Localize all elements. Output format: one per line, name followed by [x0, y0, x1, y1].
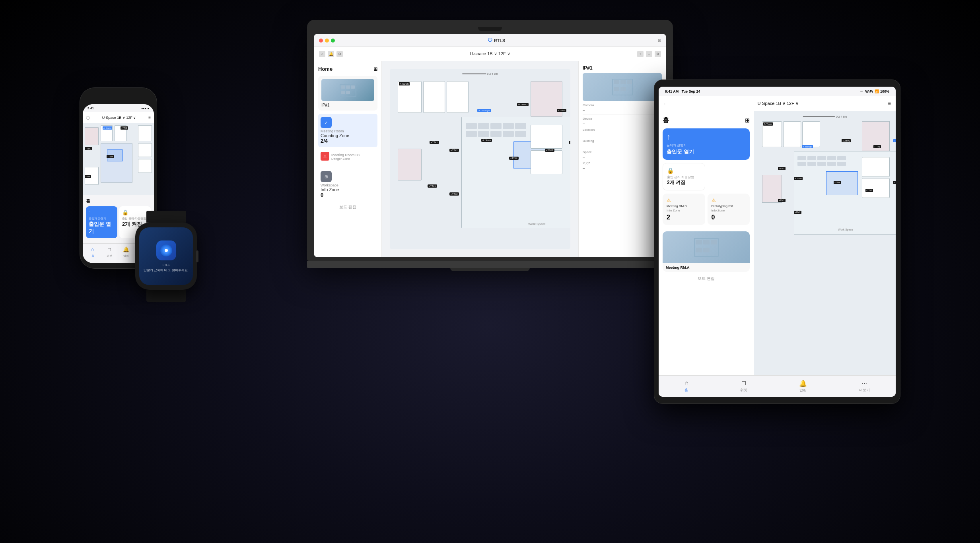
toolbar-nav: ⌂ 🔔 ⚙ — [319, 51, 343, 57]
svg-rect-5 — [346, 91, 350, 94]
zoom-out-button[interactable]: − — [646, 51, 652, 57]
home-icon[interactable]: ⌂ — [319, 51, 325, 57]
fp-main-room — [101, 143, 132, 183]
iphone-widget-tab-label: 위젯 — [107, 254, 112, 258]
laptop-titlebar: 🛡 RTLS ⊞ — [314, 34, 666, 47]
watch-strap-top — [146, 211, 186, 223]
apple-watch-device: RTLS 단말기 근처에 태그 찾아주세요. — [135, 211, 197, 302]
svg-rect-9 — [627, 80, 632, 84]
right-panel-image — [583, 73, 662, 101]
watch-screen: RTLS 단말기 근처에 태그 찾아주세요. — [139, 227, 193, 285]
ipad-filter-icon[interactable]: ≡ — [888, 101, 891, 107]
ipad-time-value: 9:41 AM — [665, 89, 679, 93]
ipad-status-label: 출입 관리·자동닫힘 — [667, 175, 701, 179]
svg-rect-15 — [711, 240, 717, 244]
ipad-tab-home[interactable]: ⌂ 홈 — [684, 380, 688, 393]
minimize-button[interactable] — [325, 39, 329, 43]
ipad-card-entrance[interactable]: ↑ 들어가 관행기 출입문 열기 — [663, 128, 750, 160]
laptop-map[interactable]: 0 2 4 6m Work Space — [382, 61, 578, 257]
sidebar-item-meeting-room-03[interactable]: ⚠ Meeting Room 03 Danger Zone — [318, 149, 377, 166]
iphone-space-label[interactable]: U-Space 1B ∨ 12F ∨ — [102, 116, 136, 120]
iphone-notch — [105, 93, 132, 102]
close-button[interactable] — [319, 39, 323, 43]
ipad-more-label: 더보기 — [859, 388, 870, 393]
ipad-card-meeting-rmb[interactable]: ⚠ Meeting RM.B Info Zone 2 — [663, 194, 705, 225]
ipad-statusbar: 9:41 AM Tue Sep 24 ··· WiFi 📶 100% — [659, 87, 896, 96]
sidebar-item-workspace[interactable]: ⊞ Workspace Info Zone 0 — [318, 168, 377, 201]
iphone-tab-notification[interactable]: 🔔 알림 — [122, 246, 130, 258]
laptop-screen: 🛡 RTLS ⊞ ⌂ 🔔 ⚙ U-space 1B ∨ 12F ∨ + − ⚙ — [314, 34, 666, 257]
app-name-label: RTLS — [494, 38, 506, 43]
panel-building-value: – — [583, 144, 662, 148]
map-tag-8: +TT#4 — [509, 157, 519, 160]
svg-rect-2 — [346, 85, 350, 89]
ipad-card-meeting-rma[interactable]: Meeting RM.A — [663, 231, 750, 272]
svg-rect-17 — [703, 248, 710, 252]
notification-icon[interactable]: 🔔 — [328, 51, 334, 57]
space-selector[interactable]: U-space 1B ∨ 12F ∨ — [346, 51, 634, 56]
ipad-map-tag-5: +TT#1 — [778, 167, 786, 170]
app-logo-icon: 🛡 — [488, 38, 492, 43]
ipad-space-label[interactable]: U-Space 1B ∨ 12F ∨ — [757, 101, 798, 106]
fp-room-right3 — [138, 159, 152, 173]
ipad-status-icon: 🔒 — [667, 167, 701, 174]
iphone-tab-home[interactable]: ⌂ 홈 — [89, 246, 96, 258]
iphone-map[interactable]: A. Young +TT#2 +TT#4 +TT#1 +P#4 — [83, 123, 154, 195]
titlebar-right: ⊞ — [658, 38, 661, 43]
ipad-tab-widget[interactable]: □ 위젯 — [740, 380, 747, 393]
iphone-status-icons: ●●● ■ — [141, 107, 149, 110]
settings-icon[interactable]: ⚙ — [336, 51, 343, 57]
iphone-floor-plan: A. Young +TT#2 +TT#4 +TT#1 +P#4 — [83, 123, 154, 195]
laptop-device: 🛡 RTLS ⊞ ⌂ 🔔 ⚙ U-space 1B ∨ 12F ∨ + − ⚙ — [307, 20, 673, 271]
ipad-map[interactable]: 0 2 4 6m Work Space — [754, 111, 896, 375]
watch-crown — [196, 250, 198, 262]
sidebar-item-meeting-room[interactable]: ✓ Meeting Room Counting Zone 2/4 — [318, 114, 377, 147]
fp-room-right — [138, 125, 152, 141]
sidebar-item-meeting-count: 2/4 — [321, 138, 375, 144]
iphone-card1-value: 출입문 열기 — [89, 221, 115, 235]
left-pink-room — [398, 149, 422, 180]
iphone-filter-icon[interactable]: ≡ — [148, 115, 151, 120]
watch-app-dot — [165, 249, 168, 252]
svg-rect-13 — [696, 240, 702, 244]
ipad-card-prototyping-rm[interactable]: ⚠ Prototyping RM Info Zone 0 — [708, 194, 750, 225]
sidebar-ip1-card[interactable]: IP#1 — [318, 76, 377, 111]
panel-xyz-label: X,Y,Z — [583, 161, 662, 165]
svg-rect-3 — [351, 85, 355, 89]
card-image-inner — [321, 79, 374, 101]
ipad-widget-icon: □ — [742, 380, 746, 387]
room-tag-a1: A.Younghi — [399, 82, 410, 85]
iphone-card1-label: 출입가 관행기 — [89, 217, 115, 221]
map-tag-7: A. Smm — [481, 139, 492, 142]
ipad-card-status[interactable]: 🔒 출입 관리·자동닫힘 2개 켜짐 — [663, 163, 705, 190]
fp-tag-4: +TT#1 — [85, 147, 92, 150]
ipad-prm-zone: Info Zone — [712, 209, 746, 212]
map-tag-1: A. Younghi — [477, 109, 491, 112]
card-arrow-icon: ↑ — [89, 209, 115, 215]
laptop-right-panel: IP#1 Camera – Device — [578, 61, 666, 257]
filter-icon[interactable]: ⚙ — [655, 51, 661, 57]
workspace-icon: ⊞ — [321, 171, 332, 182]
map-tag-3: +TT#1 — [557, 109, 566, 112]
ipad-tab-more[interactable]: ··· 더보기 — [859, 380, 870, 393]
ipad-sidebar: 홈 ⊞ ↑ 들어가 관행기 출입문 열기 🔒 출입 관 — [659, 111, 754, 375]
iphone-signal-icon: ●●● — [141, 107, 146, 110]
iphone-card-entrance[interactable]: ↑ 출입가 관행기 출입문 열기 — [86, 206, 117, 238]
ipad-map-tag-6: A. Smm — [794, 177, 803, 180]
iphone-notif-tab-label: 알림 — [123, 254, 129, 258]
sidebar-edit-button[interactable]: 보드 편집 — [318, 204, 377, 210]
ipad-two-col: ⚠ Meeting RM.B Info Zone 2 ⚠ Prototyping… — [663, 194, 750, 228]
laptop-main: Home ⊞ — [314, 61, 666, 257]
iphone-battery-icon: ■ — [148, 107, 149, 110]
mr03-sublabel: Danger Zone — [331, 157, 360, 161]
ipad-rmb-icon: ⚠ — [667, 198, 701, 203]
ipad-tab-notification[interactable]: 🔔 알림 — [799, 380, 807, 393]
ipad-back-button[interactable]: ← — [663, 101, 668, 107]
ipad-edit-button[interactable]: 보드 편집 — [663, 276, 750, 281]
iphone-tab-widget[interactable]: □ 위젯 — [106, 246, 113, 258]
zoom-in-button[interactable]: + — [637, 51, 644, 57]
sidebar-grid-icon: ⊞ — [373, 66, 377, 72]
maximize-button[interactable] — [331, 39, 335, 43]
workspace-label: Workspace — [321, 183, 375, 187]
iphone-back-icon[interactable]: ◯ — [86, 116, 90, 120]
